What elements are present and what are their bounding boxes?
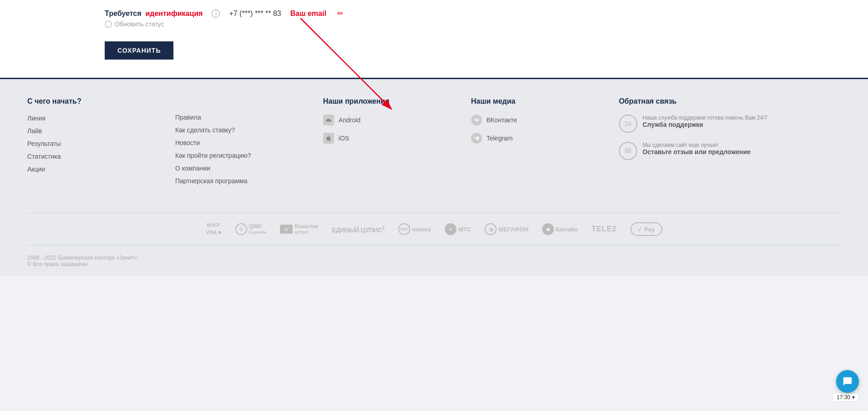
phone-number: +7 (***) *** ** 83	[229, 10, 281, 18]
footer-link-layv[interactable]: Лайв	[27, 127, 175, 135]
android-label: Android	[339, 116, 360, 124]
footer-col-media: Наши медиа ВКонтакте Telegram	[471, 97, 619, 190]
payment-beeline: ⊛ Билайн	[542, 223, 578, 235]
payment-pay: ✓ Pay	[630, 222, 662, 236]
support-24-small: Наша служба поддержки готова помочь Вам …	[643, 115, 768, 121]
android-icon	[323, 115, 334, 125]
top-content: Требуется идентификация i +7 (***) *** *…	[96, 5, 868, 64]
info-icon[interactable]: i	[212, 10, 220, 18]
save-button[interactable]: СОХРАНИТЬ	[105, 41, 173, 60]
footer-col-start: С чего начать? Линия Лайв Результаты Ста…	[27, 97, 175, 190]
footer-media-title: Наши медиа	[471, 97, 619, 105]
feedback-text: Мы сделаем сайт еще лучше! Оставьте отзы…	[643, 142, 751, 155]
payment-logos-row: МИР VISA ● Q QIWI Кошелёк K Кошелек ЦУПИ…	[27, 213, 841, 246]
update-status: Обновить статус	[105, 20, 859, 28]
chat-button[interactable]	[836, 370, 859, 393]
footer-support-title: Обратная связь	[619, 97, 841, 105]
payment-qiwi: Q QIWI Кошелёк	[235, 223, 267, 235]
media-link-telegram[interactable]: Telegram	[471, 133, 619, 144]
footer: С чего начать? Линия Лайв Результаты Ста…	[0, 79, 868, 276]
ios-label: iOS	[339, 135, 349, 142]
telegram-icon	[471, 133, 482, 144]
identity-text: Требуется	[105, 10, 142, 17]
support-24-text: Наша служба поддержки готова помочь Вам …	[643, 115, 768, 128]
copyright1: 1998 - 2022 Букмекерская контора «Зенит»	[27, 255, 841, 261]
email-link[interactable]: Ваш email	[290, 10, 326, 18]
identity-required: идентификация	[145, 10, 203, 17]
footer-link-liniya[interactable]: Линия	[27, 115, 175, 122]
identity-row: Требуется идентификация i +7 (***) *** *…	[105, 9, 859, 18]
footer-link-partner[interactable]: Партнерская программа	[175, 177, 323, 185]
spinner-icon	[105, 20, 112, 28]
media-link-vk[interactable]: ВКонтакте	[471, 115, 619, 125]
payment-mir: МИР VISA ●	[206, 222, 221, 236]
identity-label: Требуется идентификация	[105, 10, 203, 18]
payment-yomoney: ЮO money	[398, 223, 431, 235]
support-24-main[interactable]: Служба поддержки	[643, 121, 768, 128]
payment-ediniy: ЕДИНЫЙ ЦУПИС1	[332, 225, 385, 234]
time-badge[interactable]: 17:30 ▾	[832, 393, 859, 402]
footer-col-apps: Наши приложения Android iOS	[323, 97, 471, 190]
feedback-icon: ✉	[619, 142, 637, 160]
support-item-24: 24 Наша служба поддержки готова помочь В…	[619, 115, 841, 133]
time-display: 17:30	[837, 394, 850, 401]
footer-link-news[interactable]: Новости	[175, 139, 323, 146]
apple-icon	[323, 133, 334, 144]
vk-label: ВКонтакте	[487, 116, 517, 124]
payment-koshelek: K Кошелек ЦУПИС	[280, 223, 318, 235]
footer-col-2: Правила Как сделать ставку? Новости Как …	[175, 97, 323, 190]
footer-link-results[interactable]: Результаты	[27, 140, 175, 147]
footer-link-statistics[interactable]: Статистика	[27, 153, 175, 160]
app-link-android[interactable]: Android	[323, 115, 471, 125]
footer-col1-title: С чего начать?	[27, 97, 175, 105]
update-status-label: Обновить статус	[115, 20, 164, 28]
payment-tele2: TELE2	[592, 225, 617, 233]
support-24-icon: 24	[619, 115, 637, 133]
feedback-main[interactable]: Оставьте отзыв или предложение	[643, 148, 751, 155]
telegram-label: Telegram	[487, 135, 513, 142]
footer-col-support: Обратная связь 24 Наша служба поддержки …	[619, 97, 841, 190]
top-section: Требуется идентификация i +7 (***) *** *…	[0, 0, 868, 79]
vk-icon	[471, 115, 482, 125]
footer-link-rules[interactable]: Правила	[175, 114, 323, 121]
footer-link-register[interactable]: Как пройти регистрацию?	[175, 152, 323, 159]
footer-columns: С чего начать? Линия Лайв Результаты Ста…	[27, 97, 841, 190]
feedback-small: Мы сделаем сайт еще лучше!	[643, 142, 751, 148]
chevron-down-icon: ▾	[852, 394, 855, 401]
edit-icon[interactable]: ✏	[337, 9, 343, 18]
footer-link-howtobet[interactable]: Как сделать ставку?	[175, 126, 323, 134]
footer-link-actions[interactable]: Акции	[27, 165, 175, 173]
support-item-feedback: ✉ Мы сделаем сайт еще лучше! Оставьте от…	[619, 142, 841, 160]
payment-megafon: ◑ МЕГАФОН	[485, 223, 528, 235]
footer-link-about[interactable]: О компании	[175, 165, 323, 172]
footer-bottom: 1998 - 2022 Букмекерская контора «Зенит»…	[27, 255, 841, 267]
app-link-ios[interactable]: iOS	[323, 133, 471, 144]
copyright2: © Все права защищены.	[27, 261, 841, 267]
footer-apps-title: Наши приложения	[323, 97, 471, 105]
payment-mts: ● МТС	[445, 223, 471, 235]
